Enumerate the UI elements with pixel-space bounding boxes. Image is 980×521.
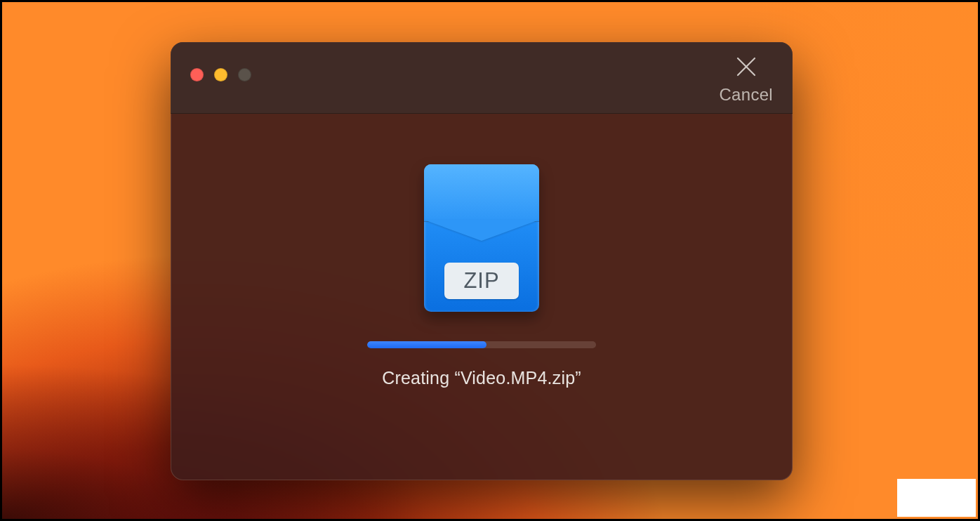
zip-badge-label: ZIP: [444, 263, 519, 299]
close-icon: [734, 54, 759, 79]
status-text: Creating “Video.MP4.zip”: [382, 368, 581, 388]
window-controls: [190, 68, 251, 81]
progress-bar: [367, 341, 596, 348]
progress-fill: [367, 341, 486, 348]
zip-archive-icon: ZIP: [424, 164, 539, 312]
close-window-button[interactable]: [190, 68, 204, 81]
watermark: [897, 479, 976, 517]
dialog-body: ZIP Creating “Video.MP4.zip”: [171, 114, 793, 480]
maximize-window-button: [238, 68, 251, 81]
cancel-label: Cancel: [719, 85, 773, 105]
archive-progress-dialog: Cancel ZIP Creating “Video.MP4.zip”: [171, 42, 793, 480]
envelope-flap: [424, 164, 539, 222]
titlebar: Cancel: [171, 42, 793, 114]
minimize-window-button[interactable]: [214, 68, 227, 81]
cancel-button[interactable]: Cancel: [719, 51, 773, 105]
